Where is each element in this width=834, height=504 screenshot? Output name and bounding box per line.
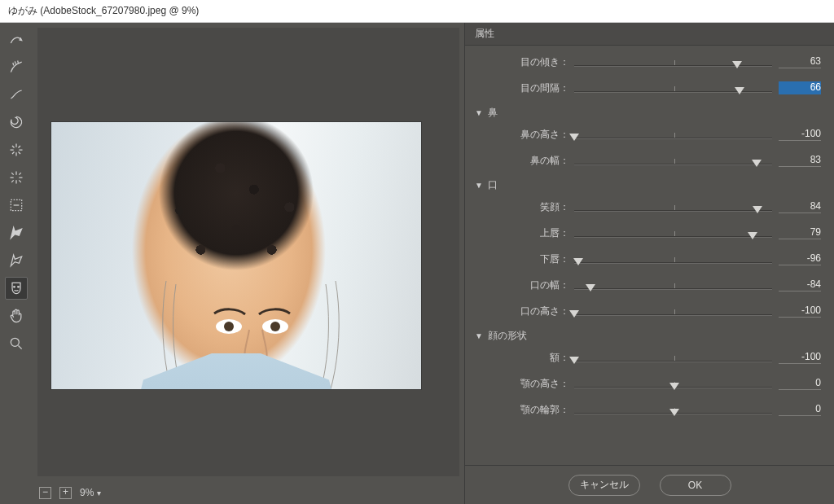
value-nose-width[interactable]: 83 — [779, 154, 821, 167]
slider-track[interactable] — [574, 248, 774, 270]
panel-title: 属性 — [475, 27, 494, 41]
value-jaw-contour[interactable]: 0 — [779, 403, 821, 416]
chevron-down-icon: ▾ — [97, 489, 101, 497]
twirl-tool-icon[interactable] — [5, 111, 28, 134]
slider-lower-lip: 下唇： -96 — [473, 246, 826, 272]
slider-track[interactable] — [574, 300, 774, 322]
value-eye-tilt[interactable]: 63 — [779, 55, 821, 68]
slider-track[interactable] — [574, 149, 774, 172]
value-forehead[interactable]: -100 — [779, 351, 821, 364]
forward-warp-tool-icon[interactable] — [5, 28, 28, 50]
zoom-out-button[interactable]: − — [39, 487, 51, 499]
section-face-shape-label: 顔の形状 — [488, 329, 527, 343]
bloat-tool-icon[interactable] — [5, 166, 28, 189]
value-upper-lip[interactable]: 79 — [779, 226, 821, 239]
canvas-area: − + 9% ▾ — [33, 23, 464, 504]
slider-nose-width: 鼻の幅： 83 — [473, 147, 826, 173]
slider-track[interactable] — [574, 274, 774, 296]
reconstruct-tool-icon[interactable] — [5, 55, 28, 78]
section-mouth-label: 口 — [488, 178, 498, 192]
cancel-button[interactable]: キャンセル — [568, 475, 640, 496]
ok-button[interactable]: OK — [660, 475, 731, 496]
svg-point-7 — [270, 322, 280, 331]
window-title: ゆがみ (AdobeStock_67207980.jpeg @ 9%) — [8, 4, 199, 18]
value-chin-height[interactable]: 0 — [779, 377, 821, 390]
slider-upper-lip: 上唇： 79 — [473, 220, 826, 246]
value-mouth-height[interactable]: -100 — [779, 305, 821, 318]
push-left-tool-icon[interactable] — [5, 194, 28, 217]
slider-track[interactable] — [574, 398, 774, 421]
toolstrip — [0, 23, 33, 504]
slider-eye-tilt: 目の傾き： 63 — [473, 49, 826, 75]
disclosure-triangle-icon: ▼ — [475, 181, 483, 190]
value-eye-spacing[interactable]: 66 — [779, 81, 821, 94]
face-tool-icon[interactable] — [5, 277, 28, 300]
svg-point-2 — [18, 287, 20, 288]
section-nose-label: 鼻 — [488, 106, 498, 120]
window-titlebar: ゆがみ (AdobeStock_67207980.jpeg @ 9%) — [0, 0, 834, 23]
disclosure-triangle-icon: ▼ — [475, 331, 483, 340]
slider-chin-height: 顎の高さ： 0 — [473, 370, 826, 397]
properties-panel: 属性 目の傾き： 63 目の間隔： 66 — [464, 23, 834, 504]
section-nose[interactable]: ▼ 鼻 — [473, 101, 826, 121]
dialog-buttons: キャンセル OK — [465, 465, 834, 504]
svg-point-3 — [11, 338, 19, 346]
slider-track[interactable] — [574, 77, 774, 99]
slider-eye-spacing: 目の間隔： 66 — [473, 75, 826, 101]
zoom-in-button[interactable]: + — [59, 487, 72, 499]
slider-mouth-height: 口の高さ： -100 — [473, 298, 826, 324]
canvas-viewport[interactable] — [37, 28, 459, 476]
zoom-level-menu[interactable]: 9% ▾ — [80, 487, 101, 498]
slider-forehead: 額： -100 — [473, 344, 826, 370]
smooth-tool-icon[interactable] — [5, 83, 28, 106]
slider-track[interactable] — [574, 50, 774, 73]
value-lower-lip[interactable]: -96 — [779, 252, 821, 265]
hand-tool-icon[interactable] — [5, 305, 28, 327]
pucker-tool-icon[interactable] — [5, 138, 28, 161]
document-image[interactable] — [50, 121, 422, 390]
section-face-shape[interactable]: ▼ 顔の形状 — [473, 324, 826, 344]
value-mouth-width[interactable]: -84 — [779, 278, 821, 291]
slider-track[interactable] — [574, 346, 774, 369]
value-nose-height[interactable]: -100 — [779, 128, 821, 141]
canvas-footer: − + 9% ▾ — [33, 481, 464, 504]
panel-scroll[interactable]: 目の傾き： 63 目の間隔： 66 ▼ 鼻 — [465, 46, 834, 465]
thaw-mask-tool-icon[interactable] — [5, 249, 28, 272]
slider-smile: 笑顔： 84 — [473, 194, 826, 220]
slider-track[interactable] — [574, 123, 774, 146]
slider-jaw-contour: 顎の輪郭： 0 — [473, 397, 826, 423]
freeze-mask-tool-icon[interactable] — [5, 221, 28, 244]
disclosure-triangle-icon: ▼ — [475, 108, 483, 117]
section-mouth[interactable]: ▼ 口 — [473, 173, 826, 194]
panel-header: 属性 — [465, 23, 834, 46]
slider-track[interactable] — [574, 195, 774, 218]
svg-point-5 — [262, 319, 288, 334]
value-smile[interactable]: 84 — [779, 200, 821, 213]
slider-nose-height: 鼻の高さ： -100 — [473, 121, 826, 147]
slider-track[interactable] — [574, 372, 774, 395]
face-mesh-overlay — [153, 248, 349, 390]
svg-point-1 — [14, 287, 15, 288]
zoom-tool-icon[interactable] — [5, 332, 28, 355]
svg-point-6 — [224, 322, 234, 331]
zoom-level-label: 9% — [80, 487, 94, 498]
svg-point-4 — [216, 319, 242, 334]
slider-track[interactable] — [574, 221, 774, 244]
slider-mouth-width: 口の幅： -84 — [473, 272, 826, 298]
